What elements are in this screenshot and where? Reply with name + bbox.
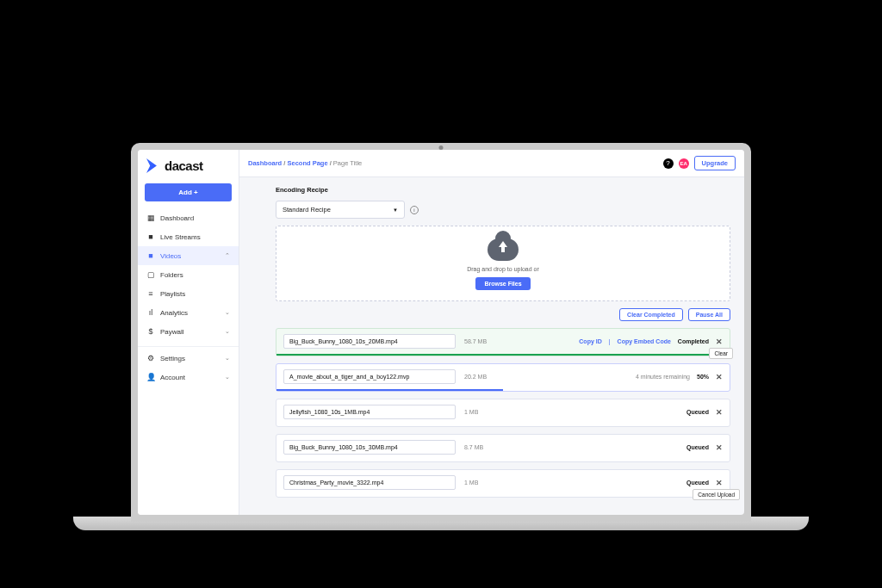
upload-size: 58.7 MB (464, 338, 507, 344)
progress-bar (276, 389, 503, 391)
main: Dashboard / Second Page / Page Title ? E… (239, 150, 744, 515)
encoding-recipe-label: Encoding Recipe (276, 186, 730, 194)
upload-status: Queued (686, 409, 709, 415)
crumb-second[interactable]: Second Page (287, 159, 327, 167)
sidebar-item-account[interactable]: 👤 Account ⌄ (138, 368, 239, 387)
topbar: Dashboard / Second Page / Page Title ? E… (239, 150, 744, 177)
dropzone-text: Drag and drop to upload or (467, 266, 539, 272)
upload-row: Big_Buck_Bunny_1080_10s_30MB.mp4 8.7 MB … (276, 434, 730, 462)
chevron-down-icon: ⌄ (225, 309, 230, 316)
close-icon[interactable]: ✕ (716, 443, 723, 452)
copy-id-link[interactable]: Copy ID (579, 338, 601, 344)
upload-status: Queued (686, 480, 709, 486)
sidebar-item-live-streams[interactable]: ■ Live Streams (138, 227, 239, 246)
cloud-upload-icon (488, 238, 519, 261)
upgrade-button[interactable]: Upgrade (694, 156, 736, 170)
logo-icon (146, 158, 161, 173)
sidebar-label: Live Streams (160, 233, 201, 241)
crumb-sep: / (330, 159, 332, 167)
progress-bar (276, 354, 730, 356)
sidebar-label: Dashboard (160, 214, 194, 222)
close-icon[interactable]: ✕ (716, 408, 723, 417)
pause-all-button[interactable]: Pause All (688, 308, 730, 321)
sidebar-item-settings[interactable]: ⚙ Settings ⌄ (138, 349, 239, 368)
app-screen: dacast Add + ▦ Dashboard ■ Live Streams … (138, 150, 744, 515)
avatar[interactable]: EA (679, 158, 689, 169)
sidebar: dacast Add + ▦ Dashboard ■ Live Streams … (138, 150, 239, 515)
upload-size: 8.7 MB (464, 444, 507, 450)
sidebar-label: Analytics (160, 309, 188, 317)
upload-status: Completed (678, 338, 709, 344)
sidebar-label: Playlists (160, 290, 185, 298)
encoding-recipe-row: Standard Recipe ▼ i (276, 201, 730, 219)
camera-icon: ■ (146, 232, 155, 241)
upload-row: Jellyfish_1080_10s_1MB.mp4 1 MB Queued ✕ (276, 399, 730, 427)
clear-tooltip: Clear (709, 348, 733, 359)
chevron-down-icon: ⌄ (225, 355, 230, 362)
upload-filename-input[interactable]: Christmas_Party_movie_3322.mp4 (283, 475, 456, 490)
encoding-recipe-value: Standard Recipe (283, 206, 331, 214)
upload-size: 1 MB (464, 409, 507, 415)
logo-text: dacast (165, 158, 203, 173)
uploads-list: Big_Buck_Bunny_1080_10s_20MB.mp4 58.7 MB… (276, 328, 730, 498)
info-icon[interactable]: i (410, 206, 419, 214)
copy-embed-link[interactable]: Copy Embed Code (618, 338, 671, 344)
chevron-down-icon: ⌄ (225, 374, 230, 381)
upload-status: Queued (686, 444, 709, 450)
caret-down-icon: ▼ (393, 207, 398, 213)
upload-percent: 50% (697, 374, 709, 380)
sidebar-item-videos[interactable]: ■ Videos ⌃ (138, 246, 239, 265)
sidebar-item-dashboard[interactable]: ▦ Dashboard (138, 208, 239, 227)
close-icon[interactable]: ✕ (716, 373, 723, 381)
sidebar-label: Videos (160, 252, 181, 260)
sidebar-item-playlists[interactable]: ≡ Playlists (138, 284, 239, 303)
upload-remaining: 4 minutes remaining (636, 374, 690, 380)
browse-files-button[interactable]: Browse Files (475, 277, 530, 290)
upload-row: Christmas_Party_movie_3322.mp4 1 MB Queu… (276, 469, 730, 498)
sidebar-item-analytics[interactable]: ıl Analytics ⌄ (138, 303, 239, 322)
upload-dropzone[interactable]: Drag and drop to upload or Browse Files (276, 226, 730, 301)
clear-completed-button[interactable]: Clear Completed (619, 308, 683, 321)
breadcrumb[interactable]: Dashboard / Second Page / Page Title (248, 159, 362, 167)
close-icon[interactable]: ✕ (716, 337, 723, 346)
content: Encoding Recipe Standard Recipe ▼ i Drag… (239, 177, 744, 515)
sidebar-item-paywall[interactable]: $ Paywall ⌄ (138, 322, 239, 341)
nav-secondary: ⚙ Settings ⌄ 👤 Account ⌄ (138, 346, 239, 387)
list-icon: ≡ (146, 289, 155, 298)
upload-row: Big_Buck_Bunny_1080_10s_20MB.mp4 58.7 MB… (276, 328, 730, 356)
grid-icon: ▦ (146, 214, 155, 222)
folder-icon: ▢ (146, 270, 155, 279)
sidebar-label: Account (160, 374, 185, 381)
upload-filename-input[interactable]: Big_Buck_Bunny_1080_10s_30MB.mp4 (283, 440, 456, 455)
nav-main: ▦ Dashboard ■ Live Streams ■ Videos ⌃ ▢ … (138, 208, 239, 341)
link-sep: | (609, 338, 611, 344)
crumb-dashboard[interactable]: Dashboard (248, 159, 282, 167)
crumb-sep: / (283, 159, 285, 167)
encoding-recipe-select[interactable]: Standard Recipe ▼ (276, 201, 405, 219)
camera-icon: ■ (146, 251, 155, 260)
crumb-current: Page Title (333, 159, 362, 167)
sidebar-label: Paywall (160, 328, 184, 336)
upload-filename-input[interactable]: A_movie_about_a_tiger_and_a_boy122.mvp (283, 369, 456, 384)
upload-row: A_movie_about_a_tiger_and_a_boy122.mvp 2… (276, 363, 730, 392)
upload-actions: Clear Completed Pause All (276, 308, 730, 321)
sidebar-item-folders[interactable]: ▢ Folders (138, 265, 239, 284)
add-button[interactable]: Add + (145, 183, 232, 201)
sidebar-label: Settings (160, 355, 185, 362)
upload-size: 20.2 MB (464, 374, 507, 380)
upload-filename-input[interactable]: Jellyfish_1080_10s_1MB.mp4 (283, 405, 456, 419)
logo: dacast (138, 150, 239, 180)
help-icon[interactable]: ? (663, 158, 674, 169)
upload-filename-input[interactable]: Big_Buck_Bunny_1080_10s_20MB.mp4 (283, 334, 456, 349)
person-icon: 👤 (146, 373, 155, 381)
close-icon[interactable]: ✕ (716, 479, 723, 487)
cancel-upload-tooltip: Cancel Upload (693, 489, 740, 500)
bars-icon: ıl (146, 308, 155, 317)
sidebar-label: Folders (160, 271, 183, 279)
dollar-icon: $ (146, 327, 155, 336)
chevron-down-icon: ⌄ (225, 328, 230, 335)
gear-icon: ⚙ (146, 354, 155, 362)
upload-size: 1 MB (464, 480, 507, 486)
chevron-up-icon: ⌃ (225, 252, 230, 259)
